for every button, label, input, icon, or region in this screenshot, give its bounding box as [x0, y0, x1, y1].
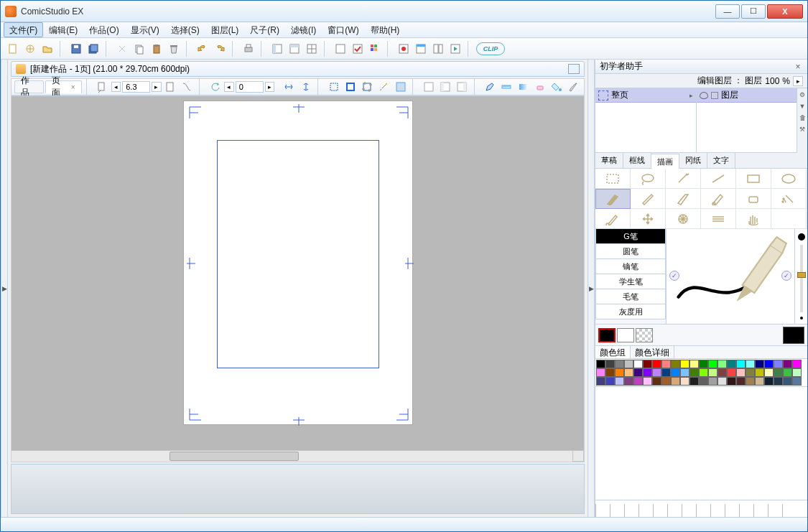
tool-move[interactable] — [631, 209, 666, 229]
tool-pen[interactable] — [595, 189, 631, 209]
tab-work[interactable]: 作品 — [14, 80, 44, 93]
horizontal-scrollbar[interactable] — [11, 450, 572, 462]
palette-swatch[interactable] — [699, 360, 708, 368]
timeline-strip[interactable] — [595, 500, 807, 517]
brush-turnip[interactable]: 镝笔 — [595, 258, 666, 274]
tool-smudge[interactable] — [701, 209, 736, 229]
palette-swatch[interactable] — [652, 368, 661, 377]
palette-swatch[interactable] — [643, 360, 652, 368]
layer-panel-button[interactable] — [393, 79, 408, 95]
flip-v-button[interactable] — [298, 79, 313, 95]
menu-file[interactable]: 文件(F) — [4, 22, 43, 37]
check-button[interactable] — [350, 41, 366, 57]
palette-swatch[interactable] — [689, 368, 699, 377]
close-button[interactable]: X — [767, 4, 803, 19]
palette-swatch[interactable] — [624, 377, 633, 386]
palette-swatch[interactable] — [605, 360, 615, 368]
view-mode2-button[interactable] — [437, 79, 452, 95]
tool-eraser[interactable] — [736, 189, 771, 209]
zoom-dropdown-arrow-r[interactable]: ▸ — [152, 82, 162, 92]
palette-swatch[interactable] — [633, 368, 643, 377]
menu-help[interactable]: 帮助(H) — [365, 22, 406, 37]
panel1-button[interactable] — [269, 41, 285, 57]
menu-layer[interactable]: 图层(L) — [205, 22, 245, 37]
nav-button[interactable] — [333, 41, 348, 57]
tab-draw[interactable]: 描画 — [651, 154, 679, 169]
eye-icon[interactable] — [700, 92, 708, 99]
palette-swatch[interactable] — [680, 377, 689, 386]
panel2-button[interactable] — [287, 41, 302, 57]
palette-swatch[interactable] — [605, 368, 615, 377]
palette-swatch[interactable] — [643, 368, 652, 377]
angle-field[interactable]: 0 — [236, 81, 264, 93]
copy-button[interactable] — [131, 41, 147, 57]
delete-button[interactable] — [166, 41, 182, 57]
palette-swatch[interactable] — [727, 377, 736, 386]
tab-color-detail[interactable]: 颜色详细 — [631, 346, 674, 358]
maximize-button[interactable]: ☐ — [741, 4, 766, 19]
play-button[interactable] — [447, 41, 463, 57]
palette-swatch[interactable] — [699, 377, 708, 386]
palette-swatch[interactable] — [699, 368, 708, 377]
palette-swatch[interactable] — [746, 360, 755, 368]
left-expander[interactable]: ▶ — [1, 60, 8, 517]
tab-tone[interactable]: 冈纸 — [679, 153, 707, 168]
menu-window[interactable]: 窗口(W) — [322, 22, 364, 37]
layer-item[interactable]: 图层 — [697, 88, 797, 103]
palette-swatch[interactable] — [764, 360, 774, 368]
clip-logo[interactable]: CLIP — [476, 42, 505, 55]
paste-button[interactable] — [149, 41, 164, 57]
tool-brush[interactable] — [701, 189, 736, 209]
brush-round[interactable]: 圆笔 — [595, 243, 666, 259]
side-gear-icon[interactable]: ⚙ — [799, 91, 806, 98]
palette-swatch[interactable] — [764, 377, 774, 386]
side-config-icon[interactable]: ⚒ — [799, 126, 806, 133]
palette-swatch[interactable] — [661, 360, 671, 368]
view-mode3-button[interactable] — [455, 79, 470, 95]
tab-color-set[interactable]: 颜色组 — [595, 346, 631, 358]
palette-swatch[interactable] — [792, 377, 802, 386]
tool-lasso[interactable] — [631, 169, 666, 189]
brush-size-slider[interactable] — [794, 229, 807, 324]
record-button[interactable] — [396, 41, 412, 57]
palette-swatch[interactable] — [783, 360, 792, 368]
mid-expander[interactable]: ▶ — [588, 60, 595, 517]
select-all-button[interactable] — [343, 79, 358, 95]
palette-swatch[interactable] — [755, 377, 764, 386]
tool-pencil[interactable] — [631, 189, 666, 209]
rotate-button[interactable] — [208, 79, 223, 95]
open-button[interactable] — [40, 41, 55, 57]
palette-swatch[interactable] — [727, 368, 736, 377]
panel-close-button[interactable]: × — [793, 62, 803, 72]
tab-draft[interactable]: 草稿 — [595, 153, 623, 168]
foreground-swatch[interactable] — [598, 328, 616, 342]
palette-swatch[interactable] — [708, 368, 718, 377]
palette-swatch[interactable] — [708, 360, 718, 368]
eraser-button[interactable] — [532, 79, 547, 95]
minimize-button[interactable]: — — [715, 4, 740, 19]
palette-swatch[interactable] — [783, 377, 792, 386]
zoom-field[interactable]: 6.3 — [122, 81, 150, 93]
tab-frame[interactable]: 框线 — [623, 153, 651, 168]
palette-swatch[interactable] — [718, 368, 727, 377]
menu-work[interactable]: 作品(O) — [83, 22, 124, 37]
wand-button[interactable] — [376, 79, 391, 95]
tool-wand[interactable] — [666, 169, 701, 189]
brush-student[interactable]: 学生笔 — [595, 274, 666, 289]
palette-swatch[interactable] — [671, 377, 680, 386]
panel3-button[interactable] — [304, 41, 320, 57]
brush-check-right[interactable]: ✓ — [781, 271, 791, 281]
palette-swatch[interactable] — [736, 368, 746, 377]
tab-close-icon[interactable]: × — [71, 83, 75, 91]
side-trash-icon[interactable]: 🗑 — [799, 114, 806, 121]
palette-swatch[interactable] — [652, 360, 661, 368]
palette-swatch[interactable] — [633, 377, 643, 386]
select-button[interactable] — [326, 79, 341, 95]
gradient-button[interactable] — [516, 79, 531, 95]
palette-swatch[interactable] — [718, 360, 727, 368]
opacity-arrow[interactable]: ▸ — [793, 76, 803, 86]
tool-hand[interactable] — [736, 209, 771, 229]
palette-swatch[interactable] — [643, 377, 652, 386]
palette-swatch[interactable] — [615, 360, 624, 368]
brush-g[interactable]: G笔 — [595, 228, 666, 244]
